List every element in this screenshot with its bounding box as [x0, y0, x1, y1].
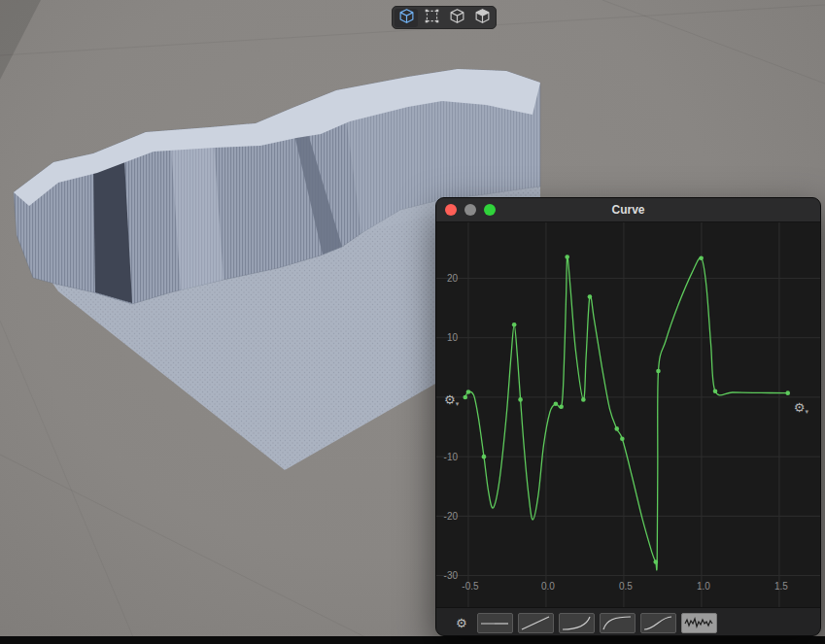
app-root: { "viewport": { "background_color": "#8a…: [0, 0, 825, 644]
view-marquee-select-button[interactable]: [420, 9, 443, 27]
svg-text:10: 10: [447, 332, 459, 343]
view-cube-outline-button[interactable]: [445, 9, 468, 27]
preset-ease-in-button[interactable]: [559, 613, 595, 633]
bottom-bar: [0, 636, 825, 644]
svg-text:-10: -10: [444, 452, 459, 462]
cube-outline-icon: [449, 8, 465, 28]
curve-plot-svg[interactable]: 2010-10-20-30-0.50.00.51.01.5: [436, 222, 820, 607]
noise-curve-icon: [683, 614, 714, 631]
window-title: Curve: [611, 203, 644, 217]
chevron-down-icon: ▾: [456, 400, 460, 407]
svg-text:-0.5: -0.5: [462, 581, 479, 592]
svg-text:20: 20: [447, 273, 459, 284]
curve-bottom-toolbar: ⚙: [436, 607, 820, 636]
curve-left-gear-button[interactable]: ⚙▾: [444, 393, 459, 407]
preset-linear-button[interactable]: [518, 613, 554, 633]
curve-right-gear-button[interactable]: ⚙▾: [794, 401, 808, 415]
cube-wireframe-icon: [398, 8, 415, 28]
svg-text:1.5: 1.5: [774, 581, 788, 592]
view-wireframe-cube-button[interactable]: [395, 9, 418, 27]
zoom-button[interactable]: [484, 204, 496, 216]
cube-shaded-icon: [474, 8, 491, 28]
preset-noise-button[interactable]: [681, 613, 717, 633]
svg-text:0.0: 0.0: [541, 581, 555, 592]
smooth-step-curve-icon: [642, 614, 673, 631]
chevron-down-icon: ▾: [805, 408, 808, 415]
preset-constant-button[interactable]: [477, 613, 513, 633]
ease-in-curve-icon: [561, 614, 592, 631]
curve-plot-area[interactable]: 2010-10-20-30-0.50.00.51.01.5 ⚙▾ ⚙▾: [436, 222, 820, 607]
marquee-select-icon: [424, 8, 440, 28]
svg-text:-20: -20: [444, 511, 459, 522]
viewport-toolbar: [392, 6, 497, 29]
viewport-corner-shade: [0, 0, 41, 80]
curve-settings-gear-button[interactable]: ⚙: [456, 617, 467, 629]
close-button[interactable]: [445, 204, 457, 216]
minimize-button[interactable]: [464, 204, 476, 216]
traffic-lights: [445, 204, 496, 216]
svg-text:-30: -30: [444, 570, 459, 581]
svg-text:1.0: 1.0: [697, 581, 710, 592]
svg-text:0.5: 0.5: [619, 581, 633, 592]
preset-smooth-step-button[interactable]: [640, 613, 676, 633]
constant-curve-icon: [479, 614, 510, 631]
preset-buttons-group: [477, 613, 717, 633]
preset-ease-out-button[interactable]: [600, 613, 636, 633]
curve-window[interactable]: Curve 2010-10-20-30-0.50.00.51.01.5 ⚙▾ ⚙…: [435, 197, 821, 636]
view-cube-shaded-button[interactable]: [470, 9, 494, 27]
curve-window-titlebar[interactable]: Curve: [436, 198, 820, 222]
ease-out-curve-icon: [602, 614, 633, 631]
linear-curve-icon: [520, 614, 551, 631]
